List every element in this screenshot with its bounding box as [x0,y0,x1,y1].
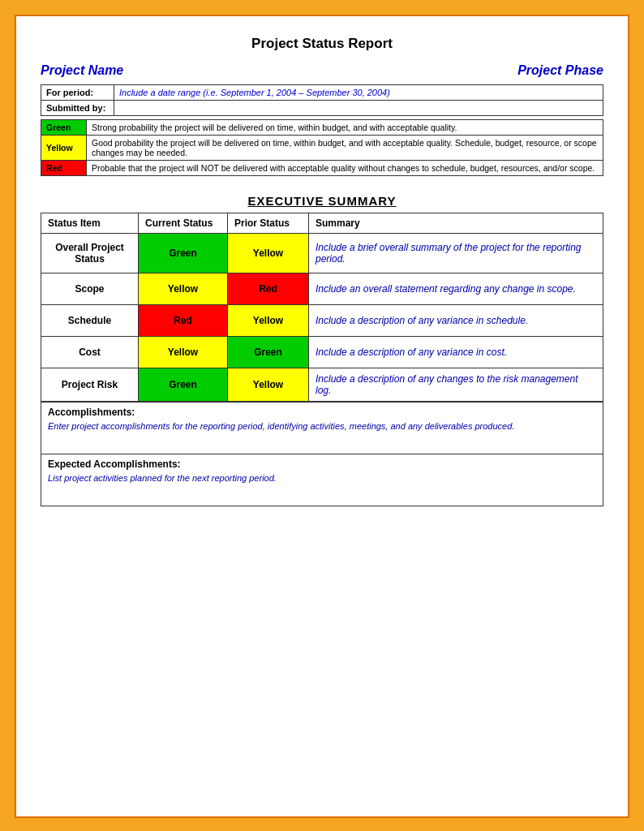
prior-schedule: Yellow [228,305,309,337]
for-period-value: Include a date range (i.e. September 1, … [114,85,603,101]
expected-acc-label: Expected Accomplishments: [41,454,603,471]
th-prior-status: Prior Status [228,213,309,234]
summary-risk: Include a description of any changes to … [309,368,603,402]
accomplishments-section: Accomplishments: Enter project accomplis… [41,403,603,454]
th-status-item: Status Item [41,213,139,234]
for-period-label: For period: [41,85,114,101]
legend-yellow-row: Yellow Good probability the project will… [41,136,603,161]
accomplishments-label: Accomplishments: [41,403,603,420]
table-row: Cost Yellow Green Include a description … [41,337,603,368]
header-row: Project Name Project Phase [41,63,603,78]
prior-risk: Yellow [228,368,309,402]
project-phase-label: Project Phase [517,63,603,78]
legend-green-label: Green [41,120,87,136]
current-risk: Green [139,368,228,402]
summary-overall: Include a brief overall summary of the p… [309,234,603,273]
legend-red-row: Red Probable that the project will NOT b… [41,161,603,176]
submitted-by-row: Submitted by: [41,101,603,116]
current-overall: Green [139,234,228,273]
main-title: Project Status Report [41,36,603,52]
item-schedule: Schedule [41,305,139,337]
table-row: Scope Yellow Red Include an overall stat… [41,273,603,305]
exec-summary-title: EXECUTIVE SUMMARY [41,194,603,208]
bottom-sections: Accomplishments: Enter project accomplis… [41,402,603,506]
item-scope: Scope [41,273,139,305]
expected-accomplishments-section: Expected Accomplishments: List project a… [41,454,603,506]
status-table: Status Item Current Status Prior Status … [41,213,603,402]
legend-red-label: Red [41,161,87,176]
prior-scope: Red [228,273,309,305]
th-current-status: Current Status [139,213,228,234]
table-row: Schedule Red Yellow Include a descriptio… [41,305,603,337]
prior-overall: Yellow [228,234,309,273]
expected-acc-value: List project activities planned for the … [41,471,603,506]
summary-scope: Include an overall statement regarding a… [309,273,603,305]
summary-schedule: Include a description of any variance in… [309,305,603,337]
legend-green-desc: Strong probability the project will be d… [87,120,603,136]
page-container: Project Status Report Project Name Proje… [15,15,629,818]
item-cost: Cost [41,337,139,368]
legend-green-row: Green Strong probability the project wil… [41,120,603,136]
for-period-row: For period: Include a date range (i.e. S… [41,85,603,101]
table-row: Overall Project Status Green Yellow Incl… [41,234,603,273]
submitted-by-label: Submitted by: [41,101,114,116]
table-row: Project Risk Green Yellow Include a desc… [41,368,603,402]
project-name-label: Project Name [41,63,123,78]
item-overall: Overall Project Status [41,234,139,273]
info-table: For period: Include a date range (i.e. S… [41,84,603,116]
prior-cost: Green [228,337,309,368]
submitted-by-value [114,101,603,116]
legend-red-desc: Probable that the project will NOT be de… [87,161,603,176]
legend-yellow-desc: Good probability the project will be del… [87,136,603,161]
th-summary: Summary [309,213,603,234]
current-schedule: Red [139,305,228,337]
item-risk: Project Risk [41,368,139,402]
legend-table: Green Strong probability the project wil… [41,119,603,176]
accomplishments-value: Enter project accomplishments for the re… [41,420,603,454]
current-scope: Yellow [139,273,228,305]
legend-yellow-label: Yellow [41,136,87,161]
summary-cost: Include a description of any variance in… [309,337,603,368]
current-cost: Yellow [139,337,228,368]
section-gap [41,176,603,194]
table-header-row: Status Item Current Status Prior Status … [41,213,603,234]
